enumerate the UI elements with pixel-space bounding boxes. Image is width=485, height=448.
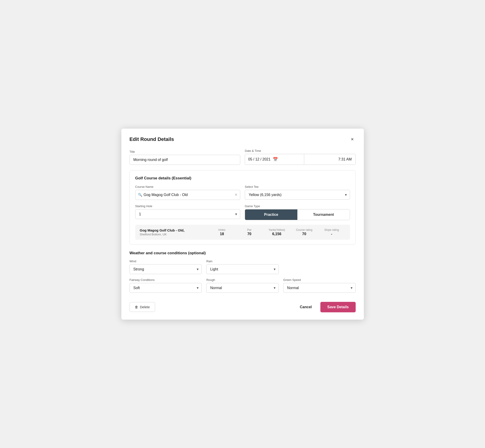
fairway-select[interactable]: SoftNormalFirmHard [129,283,202,293]
par-label: Par [236,228,263,232]
green-speed-field-group: Green Speed SlowNormalFastVery Fast ▾ [283,278,356,293]
starting-hole-wrapper: 123 456 78910 ▾ [135,209,241,219]
save-button[interactable]: Save Details [320,302,356,312]
game-type-label: Game Type [245,204,350,208]
rough-label: Rough [206,278,279,282]
calendar-icon: 📅 [273,157,278,162]
course-info-row: Gog Magog Golf Club - Old, Shelford Bott… [135,225,350,240]
rough-select[interactable]: ShortNormalLongVery Long [206,283,279,293]
fairway-rough-green-row: Fairway Conditions SoftNormalFirmHard ▾ … [129,278,356,293]
select-tee-label: Select Tee [245,185,350,189]
title-label: Title [129,150,241,153]
course-stat-yards: Yards(Yellow) 6,156 [263,228,290,236]
edit-round-modal: Edit Round Details × Title Date & Time 0… [121,129,364,320]
course-name-field-group: Course Name 🔍 ✕ [135,185,241,200]
wind-label: Wind [129,259,202,263]
rain-select[interactable]: NoneLightModerateHeavy [206,264,279,274]
cancel-button[interactable]: Cancel [296,302,316,312]
time-value: 7:31 AM [338,157,352,161]
rough-select-wrapper: ShortNormalLongVery Long ▾ [206,283,279,293]
yards-value: 6,156 [263,232,290,236]
select-tee-field-group: Select Tee Yellow (6,156 yards) White (6… [245,185,350,200]
fairway-label: Fairway Conditions [129,278,202,282]
golf-course-section: Golf Course details (Essential) Course N… [129,170,356,245]
practice-toggle-btn[interactable]: Practice [245,209,297,220]
green-speed-select-wrapper: SlowNormalFastVery Fast ▾ [283,283,356,293]
course-stat-par: Par 70 [236,228,263,236]
clear-course-icon[interactable]: ✕ [234,192,237,197]
golf-course-section-title: Golf Course details (Essential) [135,176,350,181]
datetime-field-group: Date & Time 05 / 12 / 2021 📅 7:31 AM [245,149,356,165]
course-info-name-block: Gog Magog Golf Club - Old, Shelford Bott… [140,228,208,236]
course-tee-row: Course Name 🔍 ✕ Select Tee Yellow (6,156… [135,185,350,200]
holes-label: Holes [208,228,236,232]
modal-header: Edit Round Details × [129,136,356,143]
course-info-name: Gog Magog Golf Club - Old, [140,228,208,232]
trash-icon: 🗑 [135,305,138,309]
modal-title: Edit Round Details [129,136,174,142]
select-tee-input[interactable]: Yellow (6,156 yards) White (6,450 yards)… [245,190,350,200]
course-name-label: Course Name [135,185,241,189]
date-input-box[interactable]: 05 / 12 / 2021 📅 [245,154,304,165]
holes-value: 18 [208,232,236,236]
weather-section-title: Weather and course conditions (optional) [129,251,356,256]
course-stat-slope-rating: Slope rating - [318,228,345,236]
slope-rating-label: Slope rating [318,228,345,232]
course-rating-value: 70 [291,232,318,236]
wind-rain-row: Wind CalmLightModerateStrongVery Strong … [129,259,356,274]
tournament-toggle-btn[interactable]: Tournament [297,209,350,220]
search-icon: 🔍 [138,193,142,197]
rain-label: Rain [206,259,279,263]
title-input[interactable] [129,155,241,165]
starting-hole-select[interactable]: 123 456 78910 [135,209,241,219]
green-speed-select[interactable]: SlowNormalFastVery Fast [283,283,356,293]
yards-label: Yards(Yellow) [263,228,290,232]
rough-field-group: Rough ShortNormalLongVery Long ▾ [206,278,279,293]
game-type-field-group: Game Type Practice Tournament [245,204,350,220]
course-name-input[interactable] [135,190,241,200]
top-fields-row: Title Date & Time 05 / 12 / 2021 📅 7:31 … [129,149,356,165]
datetime-label: Date & Time [245,149,356,152]
hole-gametype-row: Starting Hole 123 456 78910 ▾ Game Type … [135,204,350,220]
delete-button[interactable]: 🗑 Delete [129,302,155,312]
wind-field-group: Wind CalmLightModerateStrongVery Strong … [129,259,202,274]
rain-select-wrapper: NoneLightModerateHeavy ▾ [206,264,279,274]
footer-row: 🗑 Delete Cancel Save Details [129,299,356,312]
close-button[interactable]: × [349,136,356,143]
starting-hole-label: Starting Hole [135,204,241,208]
starting-hole-field-group: Starting Hole 123 456 78910 ▾ [135,204,241,220]
course-rating-label: Course rating [291,228,318,232]
footer-right: Cancel Save Details [296,302,356,312]
date-value: 05 / 12 / 2021 [248,157,270,161]
course-name-input-wrapper: 🔍 ✕ [135,190,241,200]
par-value: 70 [236,232,263,236]
select-tee-wrapper: Yellow (6,156 yards) White (6,450 yards)… [245,190,350,200]
fairway-select-wrapper: SoftNormalFirmHard ▾ [129,283,202,293]
course-stat-holes: Holes 18 [208,228,236,236]
time-input-box[interactable]: 7:31 AM [304,154,356,165]
slope-rating-value: - [318,232,345,236]
title-field-group: Title [129,150,241,165]
weather-section: Weather and course conditions (optional)… [129,251,356,293]
wind-select-wrapper: CalmLightModerateStrongVery Strong ▾ [129,264,202,274]
fairway-field-group: Fairway Conditions SoftNormalFirmHard ▾ [129,278,202,293]
game-type-toggle: Practice Tournament [245,209,350,220]
delete-label: Delete [140,305,150,309]
datetime-row: 05 / 12 / 2021 📅 7:31 AM [245,154,356,165]
course-info-location: Shelford Bottom, UK [140,233,208,236]
rain-field-group: Rain NoneLightModerateHeavy ▾ [206,259,279,274]
wind-select[interactable]: CalmLightModerateStrongVery Strong [129,264,202,274]
green-speed-label: Green Speed [283,278,356,282]
course-stat-course-rating: Course rating 70 [291,228,318,236]
